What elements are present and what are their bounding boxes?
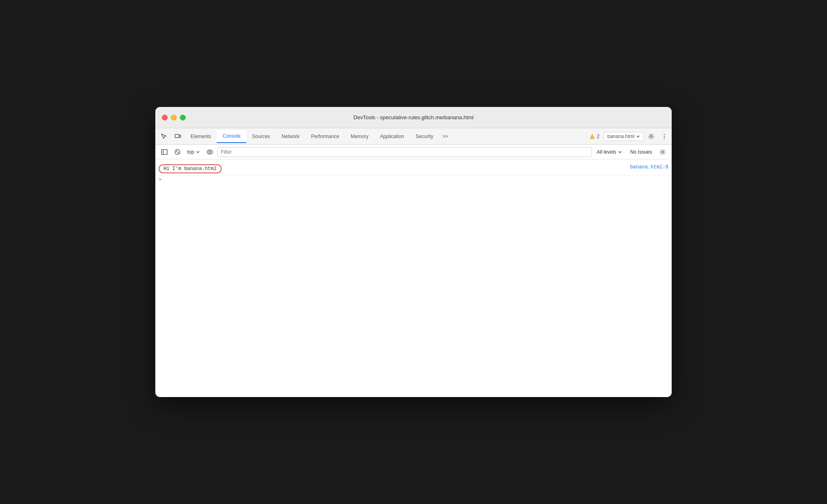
console-toolbar: top All levels No Issues [155,145,672,159]
tab-console[interactable]: Console [217,130,246,143]
svg-rect-1 [179,135,181,137]
svg-text:!: ! [592,135,593,139]
chevron-down-icon [618,150,622,154]
tab-performance[interactable]: Performance [305,130,345,143]
context-value: top [187,149,194,155]
filter-input[interactable] [217,147,592,157]
chevron-down-icon [196,150,200,154]
no-issues-label: No Issues [630,149,652,155]
minimize-button[interactable] [171,115,177,120]
log-levels-button[interactable]: All levels [593,148,625,156]
warning-icon: ! [589,134,595,139]
eye-icon [207,150,213,154]
tabbar: Elements Console Sources Network Perform… [155,128,672,145]
gear-icon [659,149,666,155]
more-options-icon [661,133,668,140]
console-expand-row[interactable]: > [155,175,672,184]
issues-settings-icon[interactable] [657,146,668,158]
settings-icon [648,133,654,140]
clear-console-icon[interactable] [172,146,183,158]
settings-icon-button[interactable] [645,131,657,142]
svg-point-5 [664,134,665,134]
sidebar-toggle-icon[interactable] [159,146,170,158]
chevron-right-icon: > [159,177,161,183]
eye-icon-button[interactable] [204,146,216,158]
filename-chip[interactable]: banana.html [604,132,644,141]
window-title: DevTools - speculative-rules.glitch.me/b… [353,114,473,120]
more-tabs-button[interactable]: >> [439,130,451,143]
context-selector[interactable]: top [185,148,202,156]
log-levels-label: All levels [597,149,616,155]
tab-application[interactable]: Application [374,130,410,143]
svg-point-12 [207,150,213,154]
warning-badge[interactable]: ! 2 [587,133,602,140]
console-area: Hi I'm banana.html banana.html:8 > [155,159,672,397]
tab-security[interactable]: Security [410,130,439,143]
tab-sources[interactable]: Sources [246,130,276,143]
filename-label: banana.html [607,134,634,139]
close-button[interactable] [162,115,168,120]
console-log-entry: Hi I'm banana.html banana.html:8 [155,163,672,175]
devtools-window: DevTools - speculative-rules.glitch.me/b… [155,107,672,397]
tab-elements[interactable]: Elements [185,130,217,143]
sidebar-icon [161,149,168,155]
svg-point-13 [209,151,211,153]
no-issues-button[interactable]: No Issues [627,148,655,156]
ban-icon [175,149,180,155]
svg-rect-8 [161,150,167,154]
titlebar: DevTools - speculative-rules.glitch.me/b… [155,107,672,128]
device-toolbar-icon[interactable] [171,130,185,143]
console-log-message: Hi I'm banana.html [159,164,623,173]
tab-right-section: ! 2 banana.html [587,131,670,142]
svg-point-14 [662,151,664,153]
traffic-lights [162,115,186,120]
svg-point-6 [664,136,665,136]
chevron-down-icon [636,134,640,138]
warning-count: 2 [597,134,600,139]
tab-network[interactable]: Network [276,130,305,143]
svg-rect-0 [175,134,179,138]
svg-line-11 [176,150,179,154]
filter-input-wrap [217,147,592,157]
console-log-highlighted-text: Hi I'm banana.html [159,164,222,173]
svg-point-7 [664,138,665,138]
console-log-link[interactable]: banana.html:8 [630,164,668,170]
svg-point-4 [650,135,652,137]
inspect-element-icon[interactable] [157,130,171,143]
tab-memory[interactable]: Memory [345,130,374,143]
more-options-icon-button[interactable] [659,131,670,142]
maximize-button[interactable] [180,115,186,120]
